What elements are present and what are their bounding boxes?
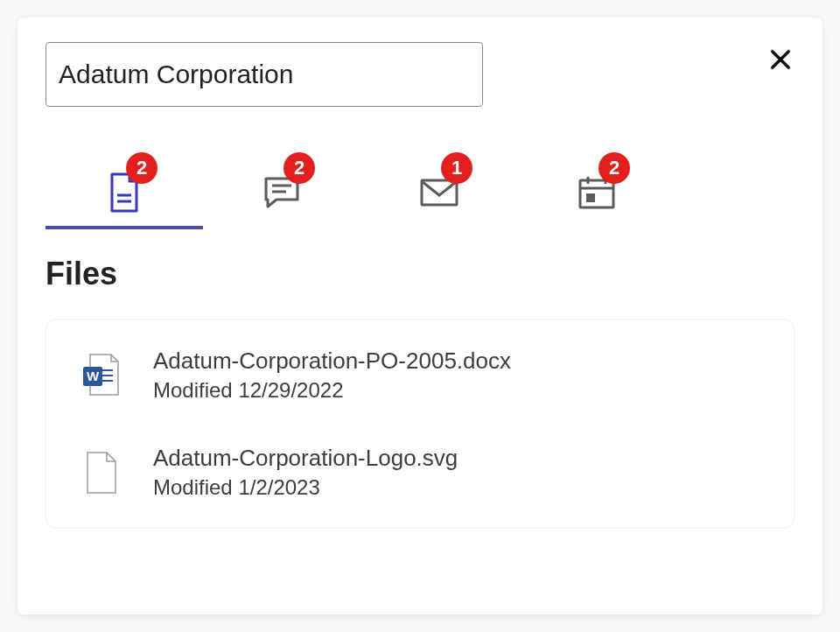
word-document-icon: W bbox=[81, 353, 122, 398]
tab-mail[interactable]: 1 bbox=[360, 159, 518, 229]
file-text: Adatum-Corporation-PO-2005.docx Modified… bbox=[153, 348, 511, 403]
tab-files[interactable]: 2 bbox=[46, 159, 203, 229]
svg-text:W: W bbox=[87, 369, 100, 383]
file-meta: Modified 1/2/2023 bbox=[153, 475, 458, 500]
svg-rect-7 bbox=[580, 180, 613, 207]
tab-chat[interactable]: 2 bbox=[203, 159, 360, 229]
file-name: Adatum-Corporation-Logo.svg bbox=[153, 445, 458, 472]
close-button[interactable] bbox=[763, 42, 798, 77]
search-input[interactable] bbox=[46, 42, 483, 107]
tab-calendar[interactable]: 2 bbox=[518, 159, 676, 229]
list-item[interactable]: Adatum-Corporation-Logo.svg Modified 1/2… bbox=[46, 424, 794, 521]
tab-mail-badge: 1 bbox=[441, 152, 472, 184]
tab-calendar-badge: 2 bbox=[598, 152, 630, 184]
list-item[interactable]: W Adatum-Corporation-PO-2005.docx Modifi… bbox=[46, 327, 794, 424]
result-tabs: 2 2 1 bbox=[46, 159, 794, 229]
file-list: W Adatum-Corporation-PO-2005.docx Modifi… bbox=[46, 319, 794, 529]
close-icon bbox=[766, 63, 794, 76]
svg-rect-9 bbox=[586, 193, 595, 202]
generic-file-icon bbox=[81, 451, 122, 495]
file-text: Adatum-Corporation-Logo.svg Modified 1/2… bbox=[153, 445, 458, 500]
file-name: Adatum-Corporation-PO-2005.docx bbox=[153, 348, 511, 375]
tab-chat-badge: 2 bbox=[284, 152, 315, 184]
search-results-card: 2 2 1 bbox=[18, 18, 822, 614]
section-title: Files bbox=[46, 256, 794, 292]
tab-files-badge: 2 bbox=[126, 152, 158, 184]
file-meta: Modified 12/29/2022 bbox=[153, 378, 511, 403]
